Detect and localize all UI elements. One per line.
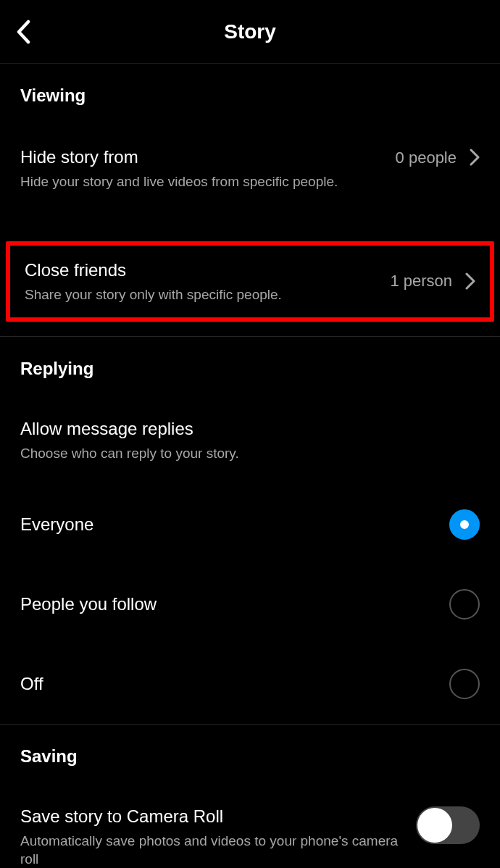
section-header-saving: Saving [0,725,500,767]
close-friends-subtitle: Share your story only with specific peop… [25,285,378,304]
close-friends-value: 1 person [390,272,452,291]
close-friends-row[interactable]: Close friends Share your story only with… [25,259,475,304]
reply-option-label: People you follow [20,594,449,614]
close-friends-highlight: Close friends Share your story only with… [6,241,494,322]
allow-replies-subtitle: Choose who can reply to your story. [20,444,480,463]
hide-story-value: 0 people [396,149,457,167]
header: Story [0,0,500,64]
reply-option-people-you-follow[interactable]: People you follow [0,564,500,644]
allow-replies-row: Allow message replies Choose who can rep… [0,417,500,463]
save-to-roll-toggle[interactable] [416,806,480,844]
chevron-left-icon [16,20,30,44]
radio-selected-icon [449,509,480,540]
close-friends-title: Close friends [25,259,378,281]
section-header-viewing: Viewing [0,64,500,106]
toggle-knob-icon [417,808,452,843]
save-to-roll-subtitle: Automatically save photos and videos to … [20,832,401,868]
save-to-camera-roll-row: Save story to Camera Roll Automatically … [0,805,500,868]
chevron-right-icon [470,149,480,166]
hide-story-from-row[interactable]: Hide story from Hide your story and live… [0,146,500,202]
chevron-right-icon [465,272,475,290]
radio-unselected-icon [449,669,480,699]
page-title: Story [0,20,500,43]
radio-unselected-icon [449,589,480,619]
allow-replies-title: Allow message replies [20,417,480,440]
reply-option-off[interactable]: Off [0,644,500,724]
section-header-replying: Replying [0,337,500,379]
hide-story-subtitle: Hide your story and live videos from spe… [20,172,384,191]
hide-story-title: Hide story from [20,146,384,168]
back-button[interactable] [7,16,39,48]
reply-option-everyone[interactable]: Everyone [0,485,500,564]
reply-option-label: Off [20,674,449,694]
save-to-roll-title: Save story to Camera Roll [20,805,401,827]
reply-option-label: Everyone [20,514,449,535]
